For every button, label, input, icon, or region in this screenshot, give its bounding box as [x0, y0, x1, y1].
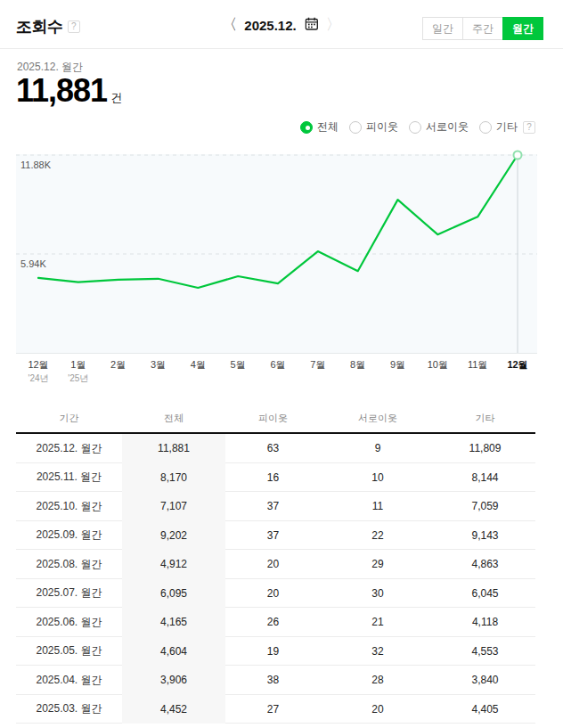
table-cell: 37: [225, 500, 321, 512]
line-chart-plot-area[interactable]: 11.88K 5.94K: [16, 154, 537, 354]
table-cell: 27: [225, 703, 321, 716]
table-row: 2025.06. 월간4,16526214,118: [16, 608, 535, 637]
column-header-other: 기타: [435, 412, 535, 425]
table-cell: 4,405: [435, 703, 535, 716]
table-cell: 3,840: [435, 674, 535, 686]
x-tick-label: 5월: [231, 358, 246, 372]
table-cell: 19: [225, 645, 321, 658]
x-tick-label: 11월: [468, 358, 487, 372]
table-cell: 10: [321, 471, 435, 484]
table-cell: 20: [225, 587, 321, 600]
table-cell: 6,095: [122, 579, 225, 609]
last-point-marker: [514, 151, 522, 160]
table-cell: 2025.07. 월간: [16, 585, 122, 601]
table-cell: 2025.10. 월간: [16, 499, 122, 514]
stats-page: 조회수? 〈 2025.12. 〉 일간주간월간: [0, 0, 563, 728]
table-cell: 4,863: [435, 558, 535, 570]
table-cell: 2025.12. 월간: [16, 441, 122, 456]
table-row: 2025.11. 월간8,17016108,144: [16, 463, 535, 493]
table-cell: 6,045: [435, 587, 535, 600]
column-header-mutual: 서로이웃: [321, 412, 435, 425]
x-tick-label: 2월: [110, 358, 126, 372]
x-tick-label: 4월: [191, 358, 206, 372]
table-cell: 32: [321, 645, 435, 658]
table-cell: 2025.11. 월간: [16, 470, 122, 485]
x-tick-year-label: '25년: [68, 372, 88, 385]
table-cell: 26: [225, 616, 321, 628]
table-row: 2025.05. 월간4,60419324,553: [16, 637, 535, 667]
summary-unit: 건: [110, 91, 122, 104]
page-title: 조회수?: [16, 16, 80, 37]
chart-x-axis: 12월'24년1월'25년2월3월4월5월6월7월8월9월10월11월12월: [16, 358, 537, 389]
legend-option-3[interactable]: 기타: [479, 119, 518, 135]
chart-legend: 전체피이웃서로이웃기타 ?: [300, 119, 535, 135]
table-cell: 2025.03. 월간: [16, 701, 122, 716]
period-tab-0[interactable]: 일간: [422, 17, 463, 40]
table-cell: 7,059: [435, 500, 535, 512]
table-row: 2025.04. 월간3,90638283,840: [16, 666, 535, 695]
table-cell: 2025.06. 월간: [16, 615, 122, 630]
column-header-period: 기간: [16, 412, 122, 425]
table-cell: 2025.05. 월간: [16, 643, 122, 658]
table-row: 2025.03. 월간4,45227204,405: [16, 695, 535, 724]
table-cell: 9,143: [435, 529, 535, 542]
views-line-series: [38, 155, 518, 288]
x-tick-label: 9월: [390, 358, 405, 372]
stats-table: 기간 전체 피이웃 서로이웃 기타 2025.12. 월간11,88163911…: [16, 405, 535, 728]
table-cell: 8,170: [122, 463, 225, 493]
x-tick-label: 1월: [70, 358, 86, 372]
table-cell: 4,452: [122, 695, 225, 724]
period-tab-1[interactable]: 주간: [462, 17, 503, 40]
table-row: 2025.12. 월간11,88163911,809: [16, 434, 535, 463]
table-cell: 2025.08. 월간: [16, 557, 122, 572]
table-header-row: 기간 전체 피이웃 서로이웃 기타: [16, 405, 535, 434]
prev-month-icon[interactable]: 〈: [222, 15, 237, 35]
radio-selected-icon[interactable]: [300, 121, 313, 134]
title-help-icon[interactable]: ?: [68, 20, 80, 33]
table-cell: 30: [321, 587, 435, 600]
radio-icon[interactable]: [349, 121, 362, 134]
ytick-label-mid: 5.94K: [20, 258, 46, 269]
legend-option-1[interactable]: 피이웃: [349, 119, 398, 135]
table-cell: 11: [321, 500, 435, 512]
radio-icon[interactable]: [409, 121, 421, 134]
table-cell: 2025.09. 월간: [16, 528, 122, 543]
table-cell: 37: [225, 529, 321, 542]
table-cell: 63: [225, 442, 321, 454]
x-tick-label: 3월: [151, 358, 166, 372]
x-tick-label: 6월: [270, 358, 285, 372]
table-cell: 20: [321, 703, 435, 716]
legend-option-2[interactable]: 서로이웃: [409, 119, 469, 135]
x-tick-label: 7월: [310, 358, 325, 372]
table-row: 2025.09. 월간9,20237229,143: [16, 521, 535, 551]
table-row: 2025.07. 월간6,09520306,045: [16, 579, 535, 609]
legend-help-icon[interactable]: ?: [523, 121, 535, 134]
table-cell: 9: [321, 442, 435, 454]
legend-option-label: 기타: [496, 119, 518, 135]
radio-icon[interactable]: [479, 121, 492, 134]
calendar-icon[interactable]: [306, 17, 319, 34]
legend-items: 전체피이웃서로이웃기타: [300, 119, 518, 135]
table-body: 2025.12. 월간11,88163911,8092025.11. 월간8,1…: [16, 434, 535, 724]
page-header: 조회수? 〈 2025.12. 〉 일간주간월간: [0, 0, 563, 49]
table-row: 2025.08. 월간4,91220294,863: [16, 550, 535, 579]
table-cell: 4,118: [435, 616, 535, 628]
table-cell: 7,107: [122, 492, 225, 521]
table-cell: 3,906: [122, 666, 225, 695]
table-cell: 4,912: [122, 550, 225, 579]
table-cell: 16: [225, 471, 321, 484]
x-tick-year-label: '24년: [28, 372, 48, 385]
current-period-label: 2025.12.: [244, 18, 296, 33]
ytick-label-top: 11.88K: [20, 160, 51, 170]
period-tab-2[interactable]: 월간: [502, 17, 543, 40]
table-cell: 28: [321, 674, 435, 686]
summary-value: 11,881: [16, 72, 107, 109]
table-cell: 29: [321, 558, 435, 570]
table-cell: 9,202: [122, 521, 225, 551]
legend-option-label: 피이웃: [366, 119, 398, 135]
line-chart-svg: [16, 154, 537, 354]
table-cell: 38: [225, 674, 321, 686]
summary-value-line: 11,881건: [16, 72, 122, 110]
table-cell: 4,604: [122, 637, 225, 667]
legend-option-0[interactable]: 전체: [300, 119, 339, 135]
